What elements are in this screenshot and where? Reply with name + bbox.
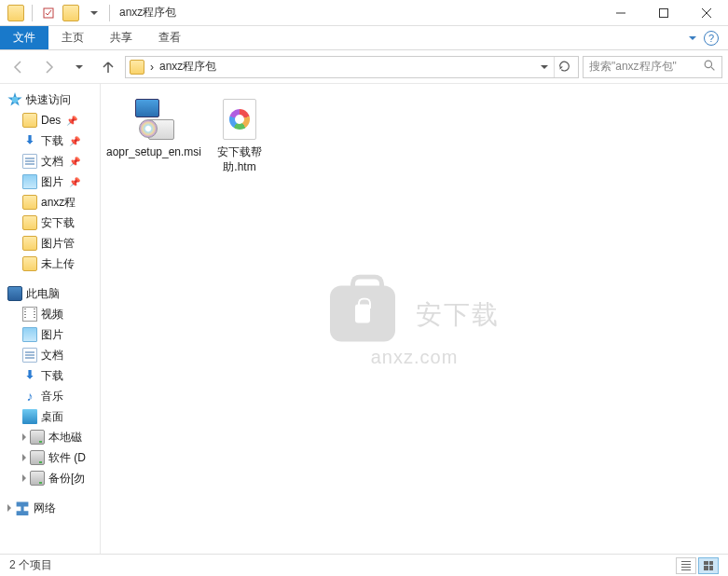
tree-backup[interactable]: 备份[勿 [0, 468, 100, 488]
tree-picmgr[interactable]: 图片管 [0, 233, 100, 254]
folder-icon [130, 60, 144, 75]
view-details-button[interactable] [676, 557, 696, 574]
file-item-htm[interactable]: 安下载帮助.htm [203, 97, 276, 174]
download-icon: ⬇ [22, 133, 37, 148]
tab-file[interactable]: 文件 [0, 26, 48, 49]
file-name: 安下载帮助.htm [203, 145, 276, 174]
pc-icon [7, 286, 22, 301]
pictures-icon [22, 327, 37, 342]
htm-icon [217, 97, 262, 142]
star-icon [7, 92, 22, 107]
tree-downloads[interactable]: ⬇下载📌 [0, 130, 100, 151]
tree-local-disk[interactable]: 本地磁 [0, 427, 100, 447]
forward-button[interactable] [35, 55, 62, 79]
music-icon: ♪ [22, 389, 37, 404]
folder-icon [22, 256, 37, 271]
document-icon [22, 154, 37, 169]
tree-axz-dl[interactable]: 安下载 [0, 213, 100, 233]
close-button[interactable] [685, 0, 728, 26]
download-icon: ⬇ [22, 368, 37, 383]
view-icons-button[interactable] [698, 557, 719, 574]
pictures-icon [22, 174, 37, 189]
address-dropdown[interactable] [541, 65, 548, 69]
tree-desktop2[interactable]: 桌面 [0, 406, 100, 427]
file-item-msi[interactable]: aopr_setup_en.msi [117, 97, 190, 160]
separator [109, 5, 110, 21]
expand-icon[interactable] [22, 433, 26, 441]
file-name: aopr_setup_en.msi [106, 145, 201, 160]
document-icon [22, 348, 37, 363]
tree-software[interactable]: 软件 (D [0, 447, 100, 468]
qat-dropdown[interactable] [83, 3, 103, 23]
minimize-button[interactable] [599, 0, 642, 26]
msi-icon [131, 97, 176, 142]
recent-dropdown[interactable] [65, 55, 91, 79]
separator [32, 5, 33, 21]
tree-network[interactable]: 网络 [0, 498, 100, 518]
drive-icon [30, 450, 45, 465]
ribbon-tabs: 文件 主页 共享 查看 ? [0, 26, 728, 50]
network-icon [15, 501, 30, 515]
tree-quick-access[interactable]: 快速访问 [0, 89, 100, 110]
up-button[interactable] [95, 55, 121, 79]
titlebar: anxz程序包 [0, 0, 728, 26]
pin-icon: 📌 [69, 177, 80, 187]
ribbon-help[interactable]: ? [678, 26, 728, 49]
folder-icon [22, 236, 37, 251]
navigation-bar: › anxz程序包 搜索"anxz程序包" [0, 50, 728, 84]
expand-icon[interactable] [22, 454, 26, 461]
tree-pictures[interactable]: 图片📌 [0, 171, 100, 192]
watermark: 安下载 anxz.com [330, 285, 500, 368]
svg-rect-2 [660, 8, 668, 17]
status-count: 2 个项目 [9, 557, 52, 573]
tree-documents[interactable]: 文档📌 [0, 151, 100, 171]
pin-icon: 📌 [69, 157, 80, 167]
maximize-button[interactable] [642, 0, 685, 26]
drive-icon [30, 430, 45, 445]
tree-documents2[interactable]: 文档 [0, 345, 100, 365]
drive-icon [30, 471, 45, 486]
tree-unup[interactable]: 未上传 [0, 254, 100, 274]
tree-music[interactable]: ♪音乐 [0, 386, 100, 406]
navigation-tree[interactable]: 快速访问 Des📌 ⬇下载📌 文档📌 图片📌 anxz程 安下载 图片管 未上传… [0, 84, 101, 554]
tree-anxz[interactable]: anxz程 [0, 192, 100, 213]
tab-view[interactable]: 查看 [145, 26, 194, 49]
video-icon [22, 307, 37, 322]
status-bar: 2 个项目 [0, 554, 728, 576]
qat-properties-icon[interactable] [38, 3, 59, 23]
breadcrumb-sep: › [150, 61, 154, 74]
tree-desktop[interactable]: Des📌 [0, 110, 100, 130]
pin-icon: 📌 [69, 136, 80, 146]
expand-icon[interactable] [22, 474, 26, 482]
file-list[interactable]: aopr_setup_en.msi 安下载帮助.htm 安下载 anxz.com [101, 84, 728, 554]
pin-icon: 📌 [66, 116, 77, 126]
tree-videos[interactable]: 视频 [0, 304, 100, 324]
breadcrumb-path[interactable]: anxz程序包 [159, 59, 216, 75]
svg-point-5 [705, 61, 711, 67]
tab-home[interactable]: 主页 [48, 26, 97, 49]
app-folder-icon [6, 3, 26, 23]
search-input[interactable]: 搜索"anxz程序包" [583, 56, 722, 78]
tree-downloads2[interactable]: ⬇下载 [0, 365, 100, 386]
desktop-icon [22, 409, 37, 424]
search-icon [704, 60, 716, 75]
address-bar[interactable]: › anxz程序包 [125, 56, 579, 78]
expand-icon[interactable] [7, 504, 11, 512]
tree-this-pc[interactable]: 此电脑 [0, 283, 100, 304]
qat-folder-icon[interactable] [61, 3, 81, 23]
window-title: anxz程序包 [119, 5, 176, 21]
svg-line-6 [711, 67, 714, 70]
back-button[interactable] [6, 55, 32, 79]
tree-pictures2[interactable]: 图片 [0, 324, 100, 345]
tab-share[interactable]: 共享 [97, 26, 145, 49]
folder-icon [22, 113, 37, 128]
refresh-button[interactable] [554, 57, 574, 77]
folder-icon [22, 195, 37, 210]
folder-icon [22, 215, 37, 230]
search-placeholder: 搜索"anxz程序包" [589, 59, 677, 75]
